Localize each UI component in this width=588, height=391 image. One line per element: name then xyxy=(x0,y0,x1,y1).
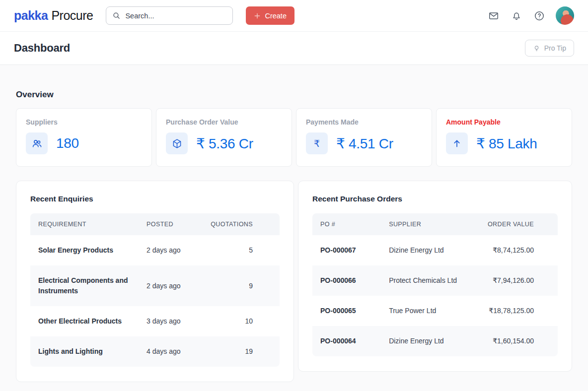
order-value-cell: ₹7,94,126.00 xyxy=(480,265,558,296)
recent-enquiries-panel: Recent Enquiries REQUIREMENT POSTED QUOT… xyxy=(16,181,294,382)
overview-section-title: Overview xyxy=(16,90,572,100)
column-header-order-value: ORDER VALUE xyxy=(480,213,558,235)
posted-cell: 4 days ago xyxy=(139,336,203,367)
stat-value: ₹ 5.36 Cr xyxy=(196,135,253,152)
main-content: Overview Suppliers 180 xyxy=(0,65,588,382)
package-icon xyxy=(166,132,188,154)
create-button-label: Create xyxy=(265,12,287,20)
panels: Recent Enquiries REQUIREMENT POSTED QUOT… xyxy=(16,181,572,382)
overview-cards: Suppliers 180 Purchase Order Value xyxy=(16,108,572,167)
supplier-cell: Protect Chemicals Ltd xyxy=(381,265,480,296)
pro-tip-button[interactable]: Pro Tip xyxy=(525,40,574,57)
table-header-row: REQUIREMENT POSTED QUOTATIONS xyxy=(30,213,280,235)
table-row[interactable]: PO-000064 Dizine Energy Ltd ₹1,60,154.00 xyxy=(312,326,558,356)
rupee-icon: ₹ xyxy=(306,132,328,154)
table-row[interactable]: Solar Energy Products 2 days ago 5 xyxy=(30,235,280,265)
stat-card-payments-made[interactable]: Payments Made ₹ ₹ 4.51 Cr xyxy=(296,108,432,167)
supplier-cell: Dizine Energy Ltd xyxy=(381,326,480,356)
stat-label: Suppliers xyxy=(26,118,142,126)
column-header-quotations: QUOTATIONS xyxy=(203,213,280,235)
recent-purchase-orders-title: Recent Purchase Orders xyxy=(312,195,558,203)
posted-cell: 3 days ago xyxy=(139,306,203,336)
po-number-cell: PO-000067 xyxy=(312,235,381,265)
po-number-cell: PO-000065 xyxy=(312,296,381,326)
recent-purchase-orders-panel: Recent Purchase Orders PO # SUPPLIER ORD… xyxy=(298,181,572,372)
quotations-cell: 5 xyxy=(203,235,280,265)
quotations-cell: 10 xyxy=(203,306,280,336)
requirement-cell: Lights and Lighting xyxy=(30,336,139,367)
topbar: pakka Procure Create xyxy=(0,0,588,32)
recent-enquiries-table: REQUIREMENT POSTED QUOTATIONS Solar Ener… xyxy=(30,213,280,367)
requirement-cell: Other Electrical Products xyxy=(30,306,139,336)
posted-cell: 2 days ago xyxy=(139,265,203,306)
lightbulb-icon xyxy=(533,45,540,52)
avatar[interactable] xyxy=(556,6,574,25)
recent-purchase-orders-table: PO # SUPPLIER ORDER VALUE PO-000067 Dizi… xyxy=(312,213,558,356)
create-button[interactable]: Create xyxy=(246,6,294,25)
topbar-actions xyxy=(487,6,574,25)
mail-icon[interactable] xyxy=(487,9,500,22)
order-value-cell: ₹1,60,154.00 xyxy=(480,326,558,356)
table-row[interactable]: PO-000067 Dizine Energy Ltd ₹8,74,125.00 xyxy=(312,235,558,265)
stat-value: ₹ 85 Lakh xyxy=(476,135,537,152)
po-number-cell: PO-000066 xyxy=(312,265,381,296)
recent-enquiries-title: Recent Enquiries xyxy=(30,195,280,203)
posted-cell: 2 days ago xyxy=(139,235,203,265)
rupee-glyph: ₹ xyxy=(314,138,320,149)
stat-card-suppliers[interactable]: Suppliers 180 xyxy=(16,108,152,167)
stat-label: Payments Made xyxy=(306,118,422,126)
brand-logo[interactable]: pakka Procure xyxy=(14,8,93,23)
table-row[interactable]: PO-000066 Protect Chemicals Ltd ₹7,94,12… xyxy=(312,265,558,296)
table-row[interactable]: Lights and Lighting 4 days ago 19 xyxy=(30,336,280,367)
users-icon xyxy=(26,132,48,154)
column-header-po: PO # xyxy=(312,213,381,235)
order-value-cell: ₹18,78,125.00 xyxy=(480,296,558,326)
search-icon xyxy=(112,11,121,20)
search-box[interactable] xyxy=(106,6,233,25)
plus-icon xyxy=(254,12,261,19)
search-input[interactable] xyxy=(125,12,226,20)
logo-text-primary: pakka xyxy=(14,8,48,23)
quotations-cell: 9 xyxy=(203,265,280,306)
stat-value: 180 xyxy=(56,135,79,151)
supplier-cell: True Power Ltd xyxy=(381,296,480,326)
table-row[interactable]: PO-000065 True Power Ltd ₹18,78,125.00 xyxy=(312,296,558,326)
stat-value: ₹ 4.51 Cr xyxy=(336,135,393,152)
stat-card-amount-payable[interactable]: Amount Payable ₹ 85 Lakh xyxy=(436,108,572,167)
help-icon[interactable] xyxy=(533,9,546,22)
bell-icon[interactable] xyxy=(510,9,523,22)
order-value-cell: ₹8,74,125.00 xyxy=(480,235,558,265)
table-row[interactable]: Electrical Components and Instruments 2 … xyxy=(30,265,280,306)
logo-text-secondary: Procure xyxy=(51,8,93,23)
requirement-cell: Electrical Components and Instruments xyxy=(30,265,139,306)
pro-tip-label: Pro Tip xyxy=(544,44,566,52)
requirement-cell: Solar Energy Products xyxy=(30,235,139,265)
supplier-cell: Dizine Energy Ltd xyxy=(381,235,480,265)
page-title: Dashboard xyxy=(14,42,70,55)
stat-card-purchase-order-value[interactable]: Purchase Order Value ₹ 5.36 Cr xyxy=(156,108,292,167)
column-header-supplier: SUPPLIER xyxy=(381,213,480,235)
table-row[interactable]: Other Electrical Products 3 days ago 10 xyxy=(30,306,280,336)
page-header: Dashboard Pro Tip xyxy=(0,32,588,65)
stat-label: Amount Payable xyxy=(446,118,562,126)
quotations-cell: 19 xyxy=(203,336,280,367)
arrow-up-icon xyxy=(446,132,468,154)
column-header-posted: POSTED xyxy=(139,213,203,235)
po-number-cell: PO-000064 xyxy=(312,326,381,356)
table-header-row: PO # SUPPLIER ORDER VALUE xyxy=(312,213,558,235)
stat-label: Purchase Order Value xyxy=(166,118,282,126)
column-header-requirement: REQUIREMENT xyxy=(30,213,139,235)
app-window: pakka Procure Create xyxy=(0,0,588,391)
